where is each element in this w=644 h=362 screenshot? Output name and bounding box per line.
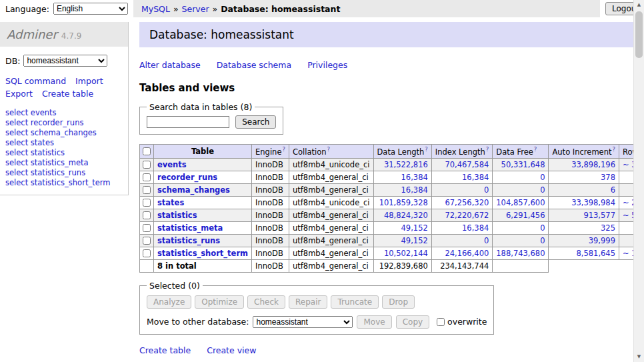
index-length-link[interactable]: 0 bbox=[484, 236, 489, 245]
column-help-link[interactable]: ? bbox=[534, 146, 537, 153]
data-free-link[interactable]: 0 bbox=[540, 223, 545, 233]
table-name-link[interactable]: statistics_meta bbox=[157, 223, 223, 233]
sidebar-table-link[interactable]: select statistics_short_term bbox=[5, 178, 110, 187]
auto-increment-link[interactable]: 378 bbox=[601, 173, 615, 182]
optimize-button[interactable]: Optimize bbox=[195, 295, 244, 309]
index-length-link[interactable]: 72,220,672 bbox=[445, 211, 489, 220]
data-length-link[interactable]: 16,384 bbox=[401, 185, 428, 195]
data-free-link[interactable]: 0 bbox=[540, 185, 545, 195]
data-free-link[interactable]: 0 bbox=[540, 173, 545, 182]
scrollbar-down-arrow[interactable]: ▼ bbox=[634, 352, 644, 362]
row-checkbox[interactable] bbox=[143, 249, 151, 257]
column-help-link[interactable]: ? bbox=[282, 146, 285, 153]
scrollbar-up-arrow[interactable]: ▲ bbox=[634, 0, 644, 10]
data-length-link[interactable]: 101,859,328 bbox=[379, 198, 428, 207]
data-free-link[interactable]: 50,331,648 bbox=[501, 160, 545, 169]
search-input[interactable] bbox=[147, 116, 229, 128]
auto-increment-link[interactable]: 39,999 bbox=[589, 236, 615, 245]
sidebar-table-link[interactable]: select statistics bbox=[5, 148, 65, 157]
data-free-link[interactable]: 6,291,456 bbox=[506, 211, 545, 220]
data-length-link[interactable]: 16,384 bbox=[401, 173, 428, 182]
auto-increment-link[interactable]: 325 bbox=[601, 223, 615, 233]
nav-link-privileges[interactable]: Privileges bbox=[307, 60, 347, 70]
index-length-cell: 16,384 bbox=[431, 171, 493, 183]
table-name-link[interactable]: statistics_runs bbox=[157, 236, 220, 245]
nav-link-alter-database[interactable]: Alter database bbox=[139, 60, 201, 70]
table-name-link[interactable]: states bbox=[157, 198, 184, 207]
table-name-link[interactable]: statistics_short_term bbox=[157, 249, 248, 258]
column-help-link[interactable]: ? bbox=[327, 146, 331, 153]
row-checkbox[interactable] bbox=[143, 224, 151, 232]
table-name-link[interactable]: events bbox=[157, 160, 187, 169]
table-name-link[interactable]: recorder_runs bbox=[157, 173, 217, 182]
index-length-link[interactable]: 16,384 bbox=[462, 223, 489, 233]
row-checkbox[interactable] bbox=[143, 237, 151, 245]
move-button[interactable]: Move bbox=[357, 315, 391, 329]
row-checkbox[interactable] bbox=[143, 161, 151, 169]
index-length-cell: 0 bbox=[431, 183, 493, 196]
sidebar-action-link-sql-command[interactable]: SQL command bbox=[5, 76, 66, 86]
auto-increment-cell: 6 bbox=[549, 183, 619, 196]
data-length-link[interactable]: 49,152 bbox=[401, 236, 428, 245]
link-create-view[interactable]: Create view bbox=[207, 345, 256, 355]
row-checkbox[interactable] bbox=[143, 211, 151, 219]
auto-increment-link[interactable]: 6 bbox=[611, 185, 615, 195]
vertical-scrollbar[interactable]: ▲ ▼ bbox=[633, 0, 644, 362]
data-free-link[interactable]: 188,743,680 bbox=[496, 249, 545, 258]
auto-increment-link[interactable]: 33,398,984 bbox=[571, 198, 615, 207]
table-name-link[interactable]: schema_changes bbox=[157, 185, 230, 195]
sidebar-table-link[interactable]: select recorder_runs bbox=[5, 118, 83, 127]
truncate-button[interactable]: Truncate bbox=[331, 295, 379, 309]
sidebar-table-link[interactable]: select statistics_runs bbox=[5, 168, 85, 177]
select-all-checkbox[interactable] bbox=[143, 147, 151, 155]
row-checkbox[interactable] bbox=[143, 199, 151, 207]
collation-cell: utf8mb4_general_ci bbox=[289, 247, 373, 259]
auto-increment-link[interactable]: 8,581,645 bbox=[576, 249, 615, 258]
link-create-table[interactable]: Create table bbox=[139, 345, 191, 355]
analyze-button[interactable]: Analyze bbox=[147, 295, 191, 309]
index-length-cell: 70,467,584 bbox=[431, 158, 493, 171]
auto-increment-link[interactable]: 33,898,196 bbox=[571, 160, 615, 169]
drop-button[interactable]: Drop bbox=[382, 295, 415, 309]
sidebar-table-link[interactable]: select states bbox=[5, 138, 54, 147]
data-length-link[interactable]: 48,824,320 bbox=[384, 211, 428, 220]
nav-link-database-schema[interactable]: Database schema bbox=[217, 60, 291, 70]
breadcrumb-link-server[interactable]: Server bbox=[182, 4, 209, 14]
data-free-link[interactable]: 104,857,600 bbox=[496, 198, 545, 207]
row-checkbox[interactable] bbox=[143, 186, 151, 194]
column-help-link[interactable]: ? bbox=[425, 146, 428, 153]
data-length-link[interactable]: 31,522,816 bbox=[384, 160, 428, 169]
language-select[interactable]: English bbox=[53, 3, 128, 15]
column-help-link[interactable]: ? bbox=[486, 146, 489, 153]
sidebar-table-link[interactable]: select events bbox=[5, 108, 57, 117]
sidebar-table-link[interactable]: select statistics_meta bbox=[5, 158, 89, 167]
scrollbar-thumb[interactable] bbox=[635, 11, 643, 58]
repair-button[interactable]: Repair bbox=[289, 295, 327, 309]
table-row: statistics_metaInnoDButf8mb4_general_ci4… bbox=[140, 221, 644, 234]
index-length-link[interactable]: 70,467,584 bbox=[445, 160, 489, 169]
column-header-data-free: Data Free? bbox=[493, 145, 549, 159]
sidebar-action-link-create-table[interactable]: Create table bbox=[42, 89, 93, 99]
sidebar-table-link[interactable]: select schema_changes bbox=[5, 128, 97, 137]
column-help-link[interactable]: ? bbox=[612, 146, 615, 153]
table-name-link[interactable]: statistics bbox=[157, 211, 197, 220]
index-length-link[interactable]: 67,256,320 bbox=[445, 198, 489, 207]
data-length-cell: 10,502,144 bbox=[373, 247, 431, 259]
index-length-link[interactable]: 24,166,400 bbox=[445, 249, 489, 258]
data-length-link[interactable]: 49,152 bbox=[401, 223, 428, 233]
auto-increment-link[interactable]: 913,577 bbox=[583, 211, 615, 220]
index-length-link[interactable]: 0 bbox=[484, 185, 489, 195]
index-length-link[interactable]: 16,384 bbox=[462, 173, 489, 182]
check-button[interactable]: Check bbox=[247, 295, 285, 309]
breadcrumb-link-mysql[interactable]: MySQL bbox=[141, 4, 170, 14]
copy-button[interactable]: Copy bbox=[396, 315, 429, 329]
search-button[interactable]: Search bbox=[235, 115, 276, 129]
db-select[interactable]: homeassistant bbox=[23, 55, 107, 67]
data-length-link[interactable]: 10,502,144 bbox=[384, 249, 428, 258]
overwrite-checkbox[interactable] bbox=[437, 318, 445, 326]
sidebar-action-link-export[interactable]: Export bbox=[5, 89, 33, 99]
data-free-link[interactable]: 0 bbox=[540, 236, 545, 245]
move-db-select[interactable]: homeassistant bbox=[253, 316, 353, 328]
sidebar-action-link-import[interactable]: Import bbox=[75, 76, 103, 86]
row-checkbox[interactable] bbox=[143, 173, 151, 181]
